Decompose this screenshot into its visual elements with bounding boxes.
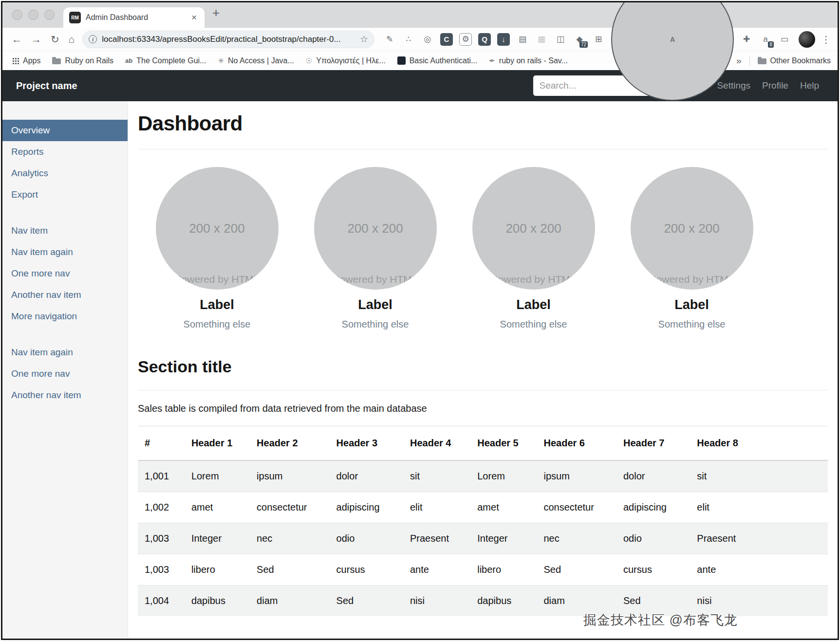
extension-box-icon[interactable]: ⚙ — [459, 33, 472, 46]
lighthouse-icon[interactable]: Q — [478, 33, 491, 46]
table-cell: Lorem — [470, 460, 537, 492]
section-title: Section title — [138, 357, 828, 376]
table-cell: 1,002 — [138, 492, 185, 523]
other-bookmarks-label[interactable]: Other Bookmarks — [770, 56, 831, 65]
table-cell: consectetur — [537, 492, 616, 523]
chat-icon-glyph: ◫ — [557, 34, 564, 44]
table-cell: Sed — [537, 554, 616, 586]
tag-icon[interactable]: ◆72 — [573, 33, 586, 46]
tag-icon-badge: 72 — [579, 41, 588, 48]
bookmark-item[interactable]: abThe Complete Gui... — [125, 56, 206, 65]
table-cell: adipiscing — [616, 492, 690, 523]
colorzilla-icon[interactable]: C — [440, 33, 453, 46]
sidebar-item[interactable]: One more nav — [2, 363, 128, 385]
table-description: Sales table is compiled from data retrie… — [138, 403, 828, 414]
table-cell: Praesent — [690, 523, 828, 554]
table-header-cell: Header 4 — [403, 426, 470, 461]
grid-icon-glyph: ▦ — [538, 34, 545, 44]
back-icon[interactable]: ← — [12, 34, 22, 44]
sidebar-item[interactable]: Overview — [2, 120, 128, 141]
video-downloader-icon[interactable]: ↓ — [497, 33, 510, 46]
web-clipper-icon[interactable]: ⊞ — [592, 33, 605, 46]
close-button[interactable] — [12, 10, 22, 20]
placeholder-card: 200 x 200Powered by HTMLLabelSomething e… — [138, 167, 296, 330]
navbar-link-help[interactable]: Help — [794, 80, 825, 91]
placeholder-card: 200 x 200Powered by HTMLLabelSomething e… — [613, 167, 771, 330]
home-icon[interactable]: ⌂ — [69, 34, 75, 44]
placeholder-image: 200 x 200Powered by HTML — [472, 167, 595, 290]
sidebar-item[interactable]: Analytics — [2, 163, 128, 184]
eyedropper-icon-glyph: ✎ — [386, 34, 393, 44]
bookmark-item[interactable]: Basic Authenticati... — [397, 56, 478, 65]
table-header-cell: Header 3 — [330, 426, 403, 461]
table-cell: Lorem — [185, 460, 250, 492]
chrome-menu-icon[interactable]: ⋮ — [821, 34, 831, 45]
placeholder-image: 200 x 200Powered by HTML — [156, 167, 279, 290]
forward-icon[interactable]: → — [31, 34, 41, 44]
table-row: 1,002ametconsecteturadipiscingelitametco… — [138, 492, 828, 523]
translate-icon[interactable]: a8 — [759, 33, 772, 46]
tab-close-icon[interactable]: × — [189, 12, 199, 23]
page-info-icon[interactable]: i — [89, 35, 97, 43]
sidebar-item[interactable]: Export — [2, 184, 128, 205]
address-bar[interactable]: i localhost:63343/apressBooksEdit/practi… — [82, 31, 374, 48]
table-cell: nec — [250, 523, 330, 554]
minimize-button[interactable] — [28, 10, 38, 20]
navbar-link-profile[interactable]: Profile — [756, 80, 794, 91]
bookmark-star-icon[interactable]: ☆ — [360, 34, 368, 45]
table-cell: libero — [470, 554, 537, 586]
table-cell: odio — [616, 523, 690, 554]
share-graph-icon-glyph: ∴ — [406, 34, 411, 44]
placeholder-card: 200 x 200Powered by HTMLLabelSomething e… — [454, 167, 613, 330]
brand[interactable]: Project name — [16, 80, 77, 92]
table-cell: dapibus — [470, 586, 537, 617]
sidebar-item[interactable]: One more nav — [2, 263, 128, 284]
sidebar-group-0: OverviewReportsAnalyticsExport — [2, 120, 128, 205]
table-header-row: #Header 1Header 2Header 3Header 4Header … — [138, 426, 828, 461]
sidebar-item[interactable]: Nav item — [2, 220, 128, 241]
chat-icon[interactable]: ◫ — [554, 33, 567, 46]
profile-avatar[interactable] — [799, 31, 815, 48]
move-tool-icon[interactable]: ✚ — [740, 33, 753, 46]
eyedropper-icon[interactable]: ✎ — [383, 33, 396, 46]
reload-icon[interactable]: ↻ — [51, 34, 59, 44]
grid-icon[interactable]: ▦ — [535, 33, 548, 46]
table-cell: libero — [185, 554, 250, 586]
page-title: Dashboard — [138, 112, 828, 135]
divider — [749, 56, 750, 66]
bookmark-item[interactable]: Ruby on Rails — [52, 56, 113, 65]
maximize-button[interactable] — [44, 10, 55, 20]
bookmark-item[interactable]: Apps — [12, 56, 40, 65]
bookmark-item[interactable]: ☉Υπολογιστές | Ηλε... — [306, 56, 386, 65]
bookmarks-right: » Other Bookmarks — [736, 55, 838, 66]
new-tab-button[interactable]: + — [212, 6, 220, 19]
opera-icon[interactable]: ◎ — [421, 33, 434, 46]
table-cell: Praesent — [403, 523, 470, 554]
watermark: 掘金技术社区 @布客飞龙 — [583, 611, 738, 629]
translate-icon-glyph: a — [763, 35, 767, 44]
navbar-link-settings[interactable]: Settings — [711, 80, 756, 91]
table-cell: 1,003 — [138, 554, 185, 586]
sidebar-item[interactable]: Nav item again — [2, 241, 128, 263]
sidebar-item[interactable]: Another nav item — [2, 284, 128, 306]
sidebar-item[interactable]: More navigation — [2, 306, 128, 327]
share-graph-icon[interactable]: ∴ — [402, 33, 415, 46]
sidebar-item[interactable]: Reports — [2, 141, 128, 163]
bookmarks-overflow-icon[interactable]: » — [736, 55, 742, 66]
table-cell: cursus — [330, 554, 403, 586]
translate-icon-badge: 8 — [768, 41, 774, 48]
screenshot-icon[interactable]: ▤ — [516, 33, 529, 46]
table-cell: dolor — [616, 460, 690, 492]
main-content: Dashboard 200 x 200Powered by HTMLLabelS… — [128, 101, 838, 639]
sidebar-item[interactable]: Another nav item — [2, 385, 128, 406]
lighthouse-icon-glyph: Q — [482, 35, 487, 43]
bookmark-item[interactable]: ✳No Access | Java... — [218, 56, 294, 65]
placeholder-size-label: 200 x 200 — [347, 221, 403, 236]
table-cell: amet — [470, 492, 537, 523]
sidebar-item[interactable]: Nav item again — [2, 342, 128, 363]
browser-toolbar: ← → ↻ ⌂ i localhost:63343/apressBooksEdi… — [2, 28, 838, 51]
bookmark-item[interactable]: ✒ruby on rails - Sav... — [489, 56, 568, 65]
reading-list-icon[interactable]: ▭ — [778, 33, 791, 46]
browser-tab[interactable]: RM Admin Dashboard × — [63, 7, 205, 28]
url-text[interactable]: localhost:63343/apressBooksEdit/practica… — [102, 35, 360, 44]
